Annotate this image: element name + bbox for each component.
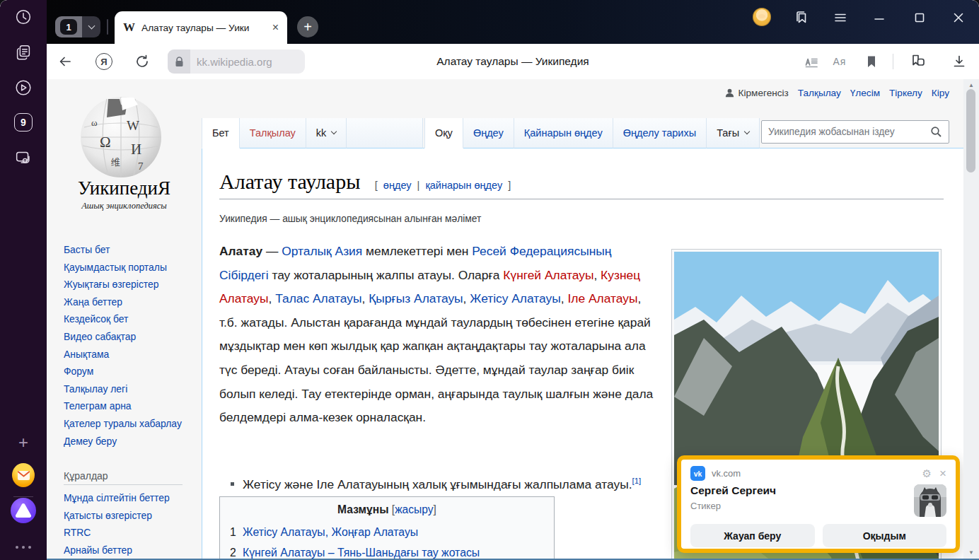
scroll-up-icon[interactable]: ▲ xyxy=(963,82,979,88)
tab-close-icon[interactable]: × xyxy=(272,21,279,34)
wiki-logo-title[interactable]: УикипедиЯ xyxy=(47,177,202,199)
tools-link-1[interactable]: Қатысты өзгерістер xyxy=(64,507,195,525)
close-window-icon[interactable] xyxy=(949,8,968,28)
sidebar-link-1[interactable]: Қауымдастық порталы xyxy=(64,259,185,276)
tab-group-dropdown[interactable] xyxy=(82,16,100,37)
tab-label: Өңделу тарихы xyxy=(623,127,696,139)
sidebar-link-8[interactable]: Талқылау легі xyxy=(64,380,185,398)
minimize-icon[interactable] xyxy=(869,8,889,28)
address-bar[interactable]: kk.wikipedia.org xyxy=(168,49,305,74)
bookmarks-panel-icon[interactable] xyxy=(792,8,811,28)
history-icon[interactable] xyxy=(12,6,35,28)
feed-icon[interactable] xyxy=(12,41,35,64)
sidebar-link-9[interactable]: Телеграм арна xyxy=(64,397,185,415)
article-link-2[interactable]: Орталық Азия xyxy=(282,244,362,258)
rail-more-icon[interactable] xyxy=(12,536,35,559)
collections-icon[interactable] xyxy=(908,52,928,71)
popup-settings-icon[interactable]: ⚙ xyxy=(922,468,932,479)
download-icon[interactable] xyxy=(949,52,969,71)
wiki-view-tab-2[interactable]: Қайнарын өңдеу xyxy=(514,118,613,148)
page-title-center: Алатау таулары — Уикипедия xyxy=(315,44,710,79)
refresh-icon[interactable] xyxy=(132,52,152,71)
menu-icon[interactable] xyxy=(830,8,850,28)
yandex-logo-icon[interactable]: Я xyxy=(94,52,114,71)
screenshot-icon[interactable] xyxy=(12,146,35,169)
wiki-namespace-tab-2[interactable]: kk xyxy=(306,118,347,148)
svg-text:维: 维 xyxy=(111,157,120,168)
toc-row-1: 1Жетісу Алатауы, Жоңғар Алатауы xyxy=(230,522,544,542)
maximize-icon[interactable] xyxy=(910,8,929,28)
toolbar-separator xyxy=(893,54,893,69)
reference-link[interactable]: [1] xyxy=(632,477,641,485)
search-icon[interactable] xyxy=(930,126,942,138)
toc-hide-link[interactable]: жасыру xyxy=(395,503,433,515)
tab-group-control[interactable]: 1 xyxy=(55,16,100,37)
sidebar-link-10[interactable]: Қателер туралы хабарлау xyxy=(64,415,185,433)
browser-window: 9 + 1 W Алатау таулары — Уики xyxy=(0,0,979,560)
popup-close-icon[interactable]: × xyxy=(939,467,946,479)
sidebar-link-4[interactable]: Кездейсоқ бет xyxy=(64,310,185,328)
toc-link-2[interactable]: Күнгей Алатауы – Тянь-Шаньдағы тау жотас… xyxy=(243,542,480,559)
wiki-namespace-tab-0[interactable]: Бет xyxy=(202,118,240,148)
toc-bracket-close: ] xyxy=(434,503,436,515)
toc-link-1[interactable]: Жетісу Алатауы, Жоңғар Алатауы xyxy=(243,522,418,542)
wikipedia-globe-logo[interactable]: W Ω И 7 维 ω xyxy=(76,93,166,182)
article-link-10[interactable]: Талас Алатауы xyxy=(275,291,361,305)
bracket-close: ] xyxy=(508,180,511,191)
article-link-12[interactable]: Қырғыз Алатауы xyxy=(369,291,463,305)
article-link-14[interactable]: Жетісу Алатауы xyxy=(470,291,560,305)
rail-add-icon[interactable]: + xyxy=(12,431,35,454)
sidebar-link-6[interactable]: Анықтама xyxy=(64,346,185,363)
scrollbar-thumb[interactable] xyxy=(966,89,975,173)
edit-link[interactable]: өңдеу xyxy=(383,180,412,191)
sidebar-link-11[interactable]: Демеу беру xyxy=(64,433,185,450)
tools-link-2[interactable]: RTRC xyxy=(64,524,195,542)
tools-link-3[interactable]: Арнайы беттер xyxy=(64,542,195,559)
lock-icon[interactable] xyxy=(168,49,190,74)
svg-text:7: 7 xyxy=(138,161,144,172)
personal-link-2[interactable]: Тіркелу xyxy=(889,88,922,98)
alice-assistant-icon[interactable] xyxy=(12,499,35,522)
table-of-contents: Мазмұны [жасыру] 1Жетісу Алатауы, Жоңғар… xyxy=(219,496,555,559)
article-link-6[interactable]: Күнгей Алатауы xyxy=(503,268,593,282)
sidebar-link-0[interactable]: Басты бет xyxy=(64,241,185,259)
wiki-view-tab-0[interactable]: Оқу xyxy=(424,118,463,148)
webpage-viewport: Кірмегенсіз ТалқылауҮлесімТіркелуКіру Бе… xyxy=(47,79,963,559)
reader-mode-icon[interactable] xyxy=(801,52,821,71)
sidebar-link-7[interactable]: Форум xyxy=(64,363,185,380)
article-link-16[interactable]: Іле Алатауы xyxy=(567,291,637,305)
wiki-view-tab-1[interactable]: Өңдеу xyxy=(463,118,514,148)
wiki-view-tab-3[interactable]: Өңделу тарихы xyxy=(613,118,707,148)
video-play-icon[interactable] xyxy=(12,76,35,99)
read-button[interactable]: Оқыдым xyxy=(823,524,947,547)
browser-tab[interactable]: W Алатау таулары — Уики × xyxy=(115,11,287,44)
back-icon[interactable] xyxy=(55,52,75,71)
search-input[interactable] xyxy=(768,127,930,137)
new-tab-button[interactable]: + xyxy=(297,16,318,37)
wiki-namespace-tab-1[interactable]: Талқылау xyxy=(240,118,306,148)
browser-toolbar: Я kk.wikipedia.org Алатау таулары — Уики… xyxy=(47,44,979,79)
profile-avatar[interactable] xyxy=(753,8,771,26)
chevron-down-icon xyxy=(88,22,95,29)
page-scrollbar[interactable]: ▲ ▼ xyxy=(963,79,979,559)
reply-button[interactable]: Жауап беру xyxy=(690,524,815,547)
yandex-mail-icon[interactable] xyxy=(12,464,35,486)
wiki-tools-header: Құралдар xyxy=(64,470,183,485)
tools-link-0[interactable]: Мұнда сілтейтін беттер xyxy=(64,489,195,507)
sidebar-link-3[interactable]: Жаңа беттер xyxy=(64,293,185,311)
article-text: мемлекеттері мен xyxy=(362,244,472,258)
bookmark-icon[interactable] xyxy=(862,52,881,71)
wiki-search-box[interactable] xyxy=(761,120,949,144)
edit-source-link[interactable]: қайнарын өңдеу xyxy=(425,180,502,191)
sidebar-link-2[interactable]: Жуықтағы өзгерістер xyxy=(64,276,185,293)
tab-counter-badge[interactable]: 9 xyxy=(12,111,35,134)
sidebar-link-5[interactable]: Видео сабақтар xyxy=(64,328,185,346)
scroll-down-icon[interactable]: ▼ xyxy=(963,549,979,556)
personal-link-0[interactable]: Талқылау xyxy=(798,88,841,98)
vk-notification-popup[interactable]: vk vk.com ⚙ × Сергей Сергеич Стикер xyxy=(677,455,960,553)
translate-icon[interactable]: Aя xyxy=(830,52,850,71)
personal-link-1[interactable]: Үлесім xyxy=(850,88,880,98)
personal-link-3[interactable]: Кіру xyxy=(932,88,949,98)
edit-section-links: [ өңдеу | қайнарын өңдеу ] xyxy=(372,180,514,191)
wiki-view-tab-4[interactable]: Тағы xyxy=(707,118,760,148)
